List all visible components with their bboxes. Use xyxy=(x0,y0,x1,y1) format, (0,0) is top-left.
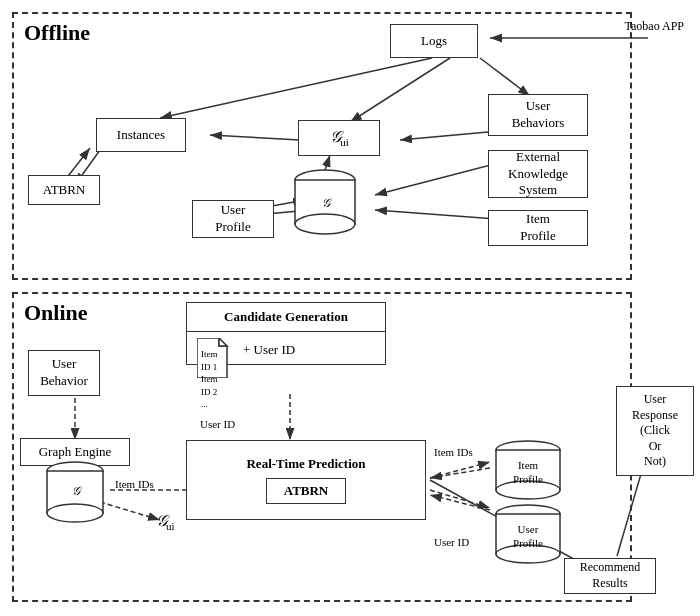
recommend-results-box: RecommendResults xyxy=(564,558,656,594)
diagram-container: Offline Online Taobao APP Logs Instances… xyxy=(0,0,700,616)
candidate-gen-content: Item ID 1 Item ID 2 ... + User ID xyxy=(186,332,386,365)
candidate-gen-box: Candidate Generation xyxy=(186,302,386,332)
user-id-label: User ID xyxy=(200,418,235,430)
doc-icon: Item ID 1 Item ID 2 ... xyxy=(197,338,229,378)
taobao-app-label: Taobao APP xyxy=(625,18,685,35)
item-ids-left-label: Item IDs xyxy=(115,478,154,490)
g-online-cylinder: 𝒢 xyxy=(40,460,110,524)
svg-marker-34 xyxy=(219,338,227,346)
plus-user-id: + User ID xyxy=(243,338,377,358)
user-behaviors-box: UserBehaviors xyxy=(488,94,588,136)
logs-box: Logs xyxy=(390,24,478,58)
gui-online-label: 𝒢ui xyxy=(155,512,175,532)
user-behavior-online-box: UserBehavior xyxy=(28,350,100,396)
item-ids-right-label: Item IDs xyxy=(434,446,473,458)
atbrn-offline-box: ATBRN xyxy=(28,175,100,205)
real-time-pred-box: Real-Time Prediction ATBRN xyxy=(186,440,426,520)
gui-offline-box: 𝒢ui xyxy=(298,120,380,156)
candidate-gen-area: Candidate Generation Item ID 1 Item ID 2… xyxy=(186,302,386,365)
user-id-bottom-label: User ID xyxy=(434,536,469,548)
instances-box: Instances xyxy=(96,118,186,152)
item-profile-online-cylinder: ItemProfile xyxy=(490,440,566,502)
user-profile-online-cylinder: UserProfile xyxy=(490,504,566,566)
svg-point-29 xyxy=(295,214,355,234)
atbrn-online-box: ATBRN xyxy=(266,478,346,504)
g-offline-cylinder: 𝒢 xyxy=(290,168,360,236)
svg-point-32 xyxy=(47,504,103,522)
user-profile-offline-box: UserProfile xyxy=(192,200,274,238)
user-response-box: UserResponse(ClickOrNot) xyxy=(616,386,694,476)
offline-label: Offline xyxy=(24,20,90,46)
item-profile-offline-box: ItemProfile xyxy=(488,210,588,246)
external-knowledge-box: ExternalKnowledgeSystem xyxy=(488,150,588,198)
online-label: Online xyxy=(24,300,88,326)
graph-engine-area: Graph Engine 𝒢 xyxy=(20,438,130,528)
